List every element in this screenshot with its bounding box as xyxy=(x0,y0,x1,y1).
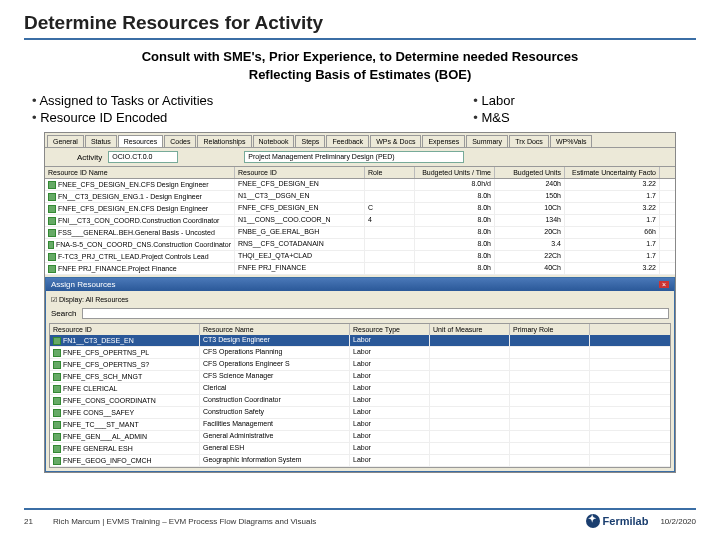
bullet-item: M&S xyxy=(473,109,514,126)
tab-wps[interactable]: WPs & Docs xyxy=(370,135,421,147)
tab-expenses[interactable]: Expenses xyxy=(422,135,465,147)
resource-icon xyxy=(53,337,61,345)
resource-grid: Resource ID Name Resource ID Role Budget… xyxy=(45,167,675,275)
tab-trx[interactable]: Trx Docs xyxy=(509,135,549,147)
resource-icon xyxy=(48,265,56,273)
col-rtype[interactable]: Resource Type xyxy=(350,324,430,335)
col-uom[interactable]: Unit of Measure xyxy=(430,324,510,335)
bullets-row: Assigned to Tasks or Activities Resource… xyxy=(24,92,696,126)
bullet-item: Labor xyxy=(473,92,514,109)
list-item[interactable]: FNFE GENERAL ESHGeneral ESHLabor xyxy=(50,443,670,455)
footer-date: 10/2/2020 xyxy=(660,517,696,526)
subtitle-line1: Consult with SME's, Prior Experience, to… xyxy=(142,49,579,64)
resource-icon xyxy=(48,217,56,225)
resource-icon xyxy=(53,433,61,441)
app-window: General Status Resources Codes Relations… xyxy=(44,132,676,473)
resource-icon xyxy=(48,253,56,261)
resource-icon xyxy=(53,361,61,369)
assign-resources-window: Assign Resources × ☑ Display: All Resour… xyxy=(45,277,675,472)
table-row[interactable]: F-TC3_PRJ_CTRL_LEAD.Project Controls Lea… xyxy=(45,251,675,263)
resource-icon xyxy=(53,373,61,381)
col-rid[interactable]: Resource ID xyxy=(50,324,200,335)
subtitle-line2: Reflecting Basis of Estimates (BOE) xyxy=(249,67,472,82)
resource-icon xyxy=(48,205,56,213)
list-item[interactable]: FNFE CLERICALClericalLabor xyxy=(50,383,670,395)
resource-icon xyxy=(53,445,61,453)
bullet-item: Resource ID Encoded xyxy=(32,109,213,126)
resource-icon xyxy=(53,409,61,417)
assign-grid: Resource ID Resource Name Resource Type … xyxy=(49,323,671,468)
resource-icon xyxy=(48,181,56,189)
activity-field[interactable]: OCIO.CT.0.0 xyxy=(108,151,178,163)
tab-notebook[interactable]: Notebook xyxy=(253,135,295,147)
bullets-right: Labor M&S xyxy=(473,92,514,126)
bullets-left: Assigned to Tasks or Activities Resource… xyxy=(32,92,213,126)
col-resource-id[interactable]: Resource ID xyxy=(235,167,365,178)
fermilab-logo: Fermilab xyxy=(586,514,649,528)
list-item[interactable]: FNFE_GEOG_INFO_CMCHGeographic Informatio… xyxy=(50,455,670,467)
table-row[interactable]: FSS___GENERAL.BEH.General Basis - Uncost… xyxy=(45,227,675,239)
tab-resources[interactable]: Resources xyxy=(118,135,163,147)
footer-text: Rich Marcum | EVMS Training – EVM Proces… xyxy=(33,517,586,526)
list-item[interactable]: FNFE_CONS_COORDINATNConstruction Coordin… xyxy=(50,395,670,407)
resource-icon xyxy=(53,385,61,393)
list-item[interactable]: FNFE_CFS_OPERTNS_PLCFS Operations Planni… xyxy=(50,347,670,359)
slide-subtitle: Consult with SME's, Prior Experience, to… xyxy=(24,48,696,84)
list-item[interactable]: FNFE CONS__SAFEYConstruction SafetyLabor xyxy=(50,407,670,419)
resource-icon xyxy=(53,457,61,465)
tab-codes[interactable]: Codes xyxy=(164,135,196,147)
table-row[interactable]: FNEE_CFS_DESIGN_EN.CFS Design EngineerFN… xyxy=(45,179,675,191)
tab-relationships[interactable]: Relationships xyxy=(197,135,251,147)
table-row[interactable]: FNFE_CFS_DESIGN_EN.CFS Design EngineerFN… xyxy=(45,203,675,215)
activity-label: Activity xyxy=(77,153,102,162)
list-item[interactable]: FNFE_CFS_OPERTNS_S?CFS Operations Engine… xyxy=(50,359,670,371)
tab-steps[interactable]: Steps xyxy=(295,135,325,147)
resource-icon xyxy=(48,193,56,201)
tab-bar: General Status Resources Codes Relations… xyxy=(45,133,675,148)
search-input[interactable] xyxy=(82,308,669,319)
col-units[interactable]: Budgeted Units xyxy=(495,167,565,178)
list-item[interactable]: FN1__CT3_DESE_ENCT3 Design EngineerLabor xyxy=(50,335,670,347)
col-prole[interactable]: Primary Role xyxy=(510,324,590,335)
grid-header: Resource ID Name Resource ID Role Budget… xyxy=(45,167,675,179)
assign-resources-title: Assign Resources xyxy=(51,280,115,289)
slide-title: Determine Resources for Activity xyxy=(24,12,696,40)
col-units-time[interactable]: Budgeted Units / Time xyxy=(415,167,495,178)
close-icon[interactable]: × xyxy=(659,281,669,288)
resource-icon xyxy=(53,421,61,429)
table-row[interactable]: FN__CT3_DESIGN_ENG.1 - Design EngineerN1… xyxy=(45,191,675,203)
table-row[interactable]: FNFE PRJ_FINANCE.Project FinanceFNFE PRJ… xyxy=(45,263,675,275)
assign-resources-titlebar[interactable]: Assign Resources × xyxy=(46,278,674,291)
col-uncertainty[interactable]: Estimate Uncertainty Facto xyxy=(565,167,660,178)
tab-feedback[interactable]: Feedback xyxy=(326,135,369,147)
filter-row: Activity OCIO.CT.0.0 Project Management … xyxy=(45,148,675,167)
bullet-item: Assigned to Tasks or Activities xyxy=(32,92,213,109)
display-all-checkbox[interactable]: ☑ Display: All Resources xyxy=(49,294,671,306)
table-row[interactable]: FNI__CT3_CON_COORD.Construction Coordina… xyxy=(45,215,675,227)
resource-icon xyxy=(48,229,56,237)
logo-icon xyxy=(586,514,600,528)
list-item[interactable]: FNFE_CFS_SCH_MNGTCFS Science ManagerLabo… xyxy=(50,371,670,383)
search-label: Search xyxy=(51,309,76,318)
resource-icon xyxy=(48,241,54,249)
col-resource-name[interactable]: Resource ID Name xyxy=(45,167,235,178)
tab-general[interactable]: General xyxy=(47,135,84,147)
tab-wpvals[interactable]: WP%Vals xyxy=(550,135,593,147)
col-role[interactable]: Role xyxy=(365,167,415,178)
col-rname[interactable]: Resource Name xyxy=(200,324,350,335)
list-item[interactable]: FNFE_TC___ST_MANTFacilities ManagementLa… xyxy=(50,419,670,431)
list-item[interactable]: FNFE_GEN___AL_ADMINGeneral Administrativ… xyxy=(50,431,670,443)
table-row[interactable]: FNA-S-5_CON_COORD_CNS.Construction Coord… xyxy=(45,239,675,251)
tab-summary[interactable]: Summary xyxy=(466,135,508,147)
slide-footer: 21 Rich Marcum | EVMS Training – EVM Pro… xyxy=(24,508,696,532)
tab-status[interactable]: Status xyxy=(85,135,117,147)
task-field[interactable]: Project Management Preliminary Design (P… xyxy=(244,151,464,163)
page-number: 21 xyxy=(24,517,33,526)
resource-icon xyxy=(53,397,61,405)
resource-icon xyxy=(53,349,61,357)
